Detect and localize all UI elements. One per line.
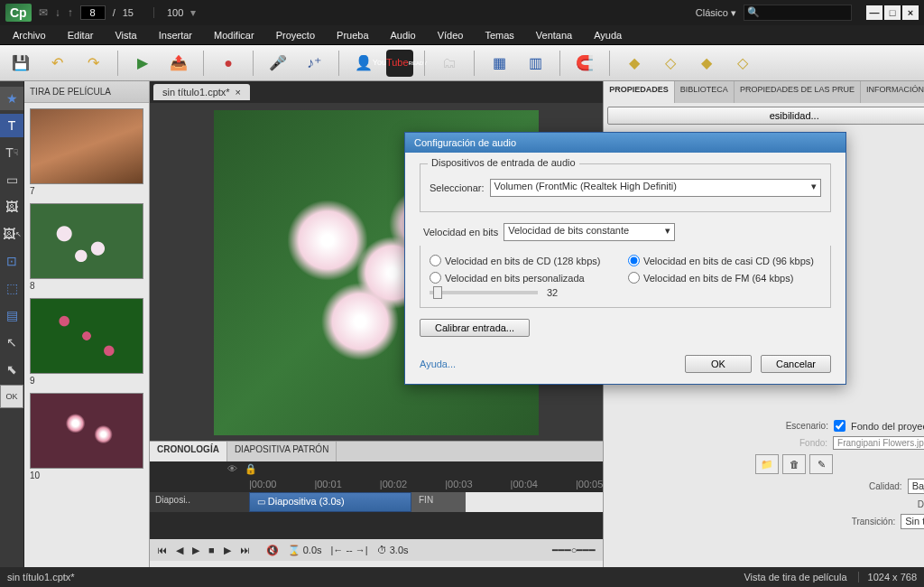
eye-icon[interactable]: 👁 bbox=[227, 463, 237, 474]
image-tool[interactable]: 🖼 bbox=[0, 195, 23, 219]
menu-prueba[interactable]: Prueba bbox=[337, 30, 368, 41]
menu-video[interactable]: Vídeo bbox=[438, 30, 464, 41]
crop-tool[interactable]: ⊡ bbox=[0, 249, 23, 273]
timeline-ruler[interactable]: |00:00|00:01|00:02|00:03|00:04|00:05 bbox=[150, 476, 603, 492]
tab-cronologia[interactable]: CRONOLOGÍA bbox=[150, 442, 227, 461]
calidad-select[interactable]: Baja (8 bits) ▾ bbox=[908, 479, 924, 494]
edit-icon[interactable]: ✎ bbox=[809, 454, 833, 474]
menu-insertar[interactable]: Insertar bbox=[159, 30, 192, 41]
undo-button[interactable]: ↶ bbox=[43, 50, 70, 77]
tab-diapositiva-patron[interactable]: DIAPOSITIVA PATRÓN bbox=[227, 442, 337, 461]
menu-ayuda[interactable]: Ayuda bbox=[594, 30, 622, 41]
folder-icon[interactable]: 📁 bbox=[755, 454, 779, 474]
tl-mark-icon[interactable]: |← -- →| bbox=[331, 545, 368, 555]
grid1-button[interactable]: ▦ bbox=[485, 50, 513, 77]
shape-tool[interactable]: ▭ bbox=[0, 168, 23, 191]
tl-play-icon[interactable]: ▶ bbox=[192, 545, 199, 556]
zoom-value[interactable]: 100 bbox=[153, 7, 183, 18]
tl-stop-icon[interactable]: ■ bbox=[208, 545, 215, 555]
timeline-clip[interactable]: ▭ Diapositiva (3.0s) bbox=[249, 492, 411, 512]
slide-thumb[interactable]: 10 bbox=[30, 393, 143, 480]
menu-vista[interactable]: Vista bbox=[115, 30, 136, 41]
workspace-switcher[interactable]: Clásico ▾ bbox=[696, 7, 736, 19]
menu-audio[interactable]: Audio bbox=[391, 30, 416, 41]
timeline-track[interactable]: Diaposi.. ▭ Diapositiva (3.0s) FIN bbox=[150, 492, 603, 512]
layer1-button[interactable]: ◆ bbox=[621, 50, 648, 77]
tab-propiedades[interactable]: PROPIEDADES bbox=[604, 81, 675, 103]
device-select[interactable]: Volumen (FrontMic (Realtek High Definiti… bbox=[490, 179, 821, 197]
redo-button[interactable]: ↷ bbox=[79, 50, 106, 77]
menu-editar[interactable]: Editar bbox=[68, 30, 94, 41]
magnet-button[interactable]: 🧲 bbox=[571, 50, 598, 77]
page-current-input[interactable] bbox=[80, 5, 106, 20]
bitrate-select[interactable]: Velocidad de bits constante▾ bbox=[504, 223, 675, 241]
escenario-checkbox[interactable] bbox=[834, 420, 845, 432]
record-button[interactable]: ● bbox=[215, 50, 242, 77]
slides-button[interactable]: 🗂 bbox=[436, 50, 463, 77]
title-bar: Cp ✉ ↓ ↑ / 15 100 ▾ Clásico ▾ 🔍 — □ × bbox=[0, 0, 924, 25]
tab-propiedades-prueba[interactable]: PROPIEDADES DE LAS PRUE bbox=[735, 81, 861, 103]
chevron-down-icon[interactable]: ▾ bbox=[190, 6, 196, 19]
play-button[interactable]: ▶ bbox=[129, 50, 156, 77]
filmstrip-thumbs[interactable]: 7 8 9 10 bbox=[24, 103, 149, 567]
bitrate-slider[interactable] bbox=[430, 291, 538, 294]
tl-start-icon[interactable]: ⏮ bbox=[157, 545, 167, 555]
maximize-button[interactable]: □ bbox=[884, 5, 901, 20]
ok-button[interactable]: OK bbox=[685, 355, 752, 373]
text-cursor-tool[interactable]: T☟ bbox=[0, 141, 23, 164]
menu-ventana[interactable]: Ventana bbox=[536, 30, 572, 41]
save-button[interactable]: 💾 bbox=[7, 50, 34, 77]
export-button[interactable]: 📤 bbox=[165, 50, 192, 77]
layer4-button[interactable]: ◇ bbox=[729, 50, 756, 77]
tl-time1: 0.0s bbox=[303, 545, 322, 555]
close-button[interactable]: × bbox=[902, 5, 919, 20]
upload-icon[interactable]: ↑ bbox=[68, 6, 73, 19]
lock-icon[interactable]: 🔒 bbox=[245, 463, 257, 475]
cancel-button[interactable]: Cancelar bbox=[761, 355, 831, 373]
tab-close-icon[interactable]: × bbox=[236, 87, 241, 98]
trash-icon[interactable]: 🗑 bbox=[782, 454, 806, 474]
page-total: 15 bbox=[123, 7, 134, 18]
text-tool[interactable]: T bbox=[0, 114, 23, 137]
radio-near-cd[interactable]: Velocidad en bits de casi CD (96 kbps) bbox=[628, 255, 821, 266]
music-button[interactable]: ♪⁺ bbox=[300, 50, 328, 77]
search-input[interactable] bbox=[744, 5, 852, 21]
mic-button[interactable]: 🎤 bbox=[264, 50, 291, 77]
fondo-value[interactable]: Frangipani Flowers.jpg bbox=[833, 436, 924, 450]
menu-modificar[interactable]: Modificar bbox=[214, 30, 254, 41]
menu-temas[interactable]: Temas bbox=[485, 30, 513, 41]
tl-sound-icon[interactable]: 🔇 bbox=[266, 545, 279, 556]
roll-tool[interactable]: ⬚ bbox=[0, 276, 23, 300]
menu-proyecto[interactable]: Proyecto bbox=[276, 30, 315, 41]
layer2-button[interactable]: ◇ bbox=[657, 50, 684, 77]
radio-custom[interactable]: Velocidad en bits personalizada bbox=[430, 272, 623, 284]
menu-archivo[interactable]: Archivo bbox=[13, 30, 46, 41]
calibrate-button[interactable]: Calibrar entrada... bbox=[420, 319, 530, 337]
tab-biblioteca[interactable]: BIBLIOTECA bbox=[675, 81, 735, 103]
tl-prev-icon[interactable]: ◀ bbox=[176, 545, 183, 556]
accessibility-button[interactable]: esibilidad... bbox=[607, 107, 924, 125]
slide-thumb[interactable]: 7 bbox=[30, 108, 143, 196]
slides-tool[interactable]: ▤ bbox=[0, 303, 23, 327]
radio-fm[interactable]: Velocidad en bits de FM (64 kbps) bbox=[628, 272, 821, 284]
layer3-button[interactable]: ◆ bbox=[693, 50, 720, 77]
ok-tool[interactable]: OK bbox=[0, 385, 23, 408]
transicion-select[interactable]: Sin transición ▾ bbox=[901, 514, 924, 529]
grid2-button[interactable]: ▥ bbox=[522, 50, 549, 77]
mail-icon[interactable]: ✉ bbox=[39, 6, 48, 19]
youtube-button[interactable]: YouTubeREADY bbox=[386, 50, 413, 77]
tab-info-proyecto[interactable]: INFORMACIÓN DEL PROYEC bbox=[861, 81, 924, 103]
star-tool[interactable]: ★ bbox=[0, 87, 23, 110]
minimize-button[interactable]: — bbox=[866, 5, 882, 20]
document-tab[interactable]: sin título1.cptx* × bbox=[153, 84, 250, 100]
image-cursor-tool[interactable]: 🖼↖ bbox=[0, 222, 23, 246]
download-icon[interactable]: ↓ bbox=[55, 6, 60, 19]
slide-thumb[interactable]: 9 bbox=[30, 298, 143, 386]
tl-next-icon[interactable]: ▶ bbox=[224, 545, 231, 556]
slide-thumb[interactable]: 8 bbox=[30, 203, 143, 291]
help-link[interactable]: Ayuda... bbox=[420, 359, 456, 369]
pointer-tool[interactable]: ↖ bbox=[0, 331, 23, 354]
arrow-tool[interactable]: ⬉ bbox=[0, 358, 23, 381]
tl-end-icon[interactable]: ⏭ bbox=[240, 545, 250, 555]
radio-cd[interactable]: Velocidad en bits de CD (128 kbps) bbox=[430, 255, 623, 266]
